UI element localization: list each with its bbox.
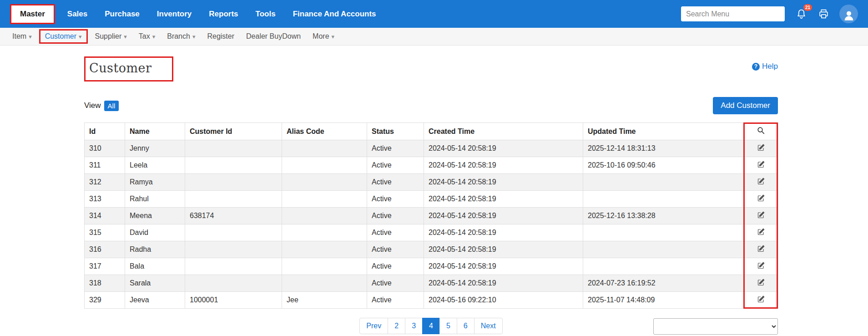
subnav-item-customer[interactable]: Customer xyxy=(39,29,88,44)
page-content: Customer Help View All Add Customer IdNa… xyxy=(0,56,868,336)
table-row: 318SaralaActive2024-05-14 20:58:192024-0… xyxy=(85,275,778,292)
edit-icon[interactable] xyxy=(757,228,765,235)
cell-status: Active xyxy=(367,292,424,309)
edit-icon[interactable] xyxy=(757,279,765,286)
edit-icon[interactable] xyxy=(757,161,765,168)
page-button-4[interactable]: 4 xyxy=(422,318,440,334)
chevron-down-icon xyxy=(329,32,335,41)
cell-actions xyxy=(744,224,778,241)
cell-created-time: 2024-05-14 20:58:19 xyxy=(424,275,583,292)
cell-id: 315 xyxy=(85,224,125,241)
topnav-item-purchase[interactable]: Purchase xyxy=(96,5,148,23)
cell-updated-time: 2024-07-23 16:19:52 xyxy=(583,275,744,292)
view-filter: View All xyxy=(84,101,119,111)
cell-created-time: 2024-05-14 20:58:19 xyxy=(424,258,583,275)
cell-status: Active xyxy=(367,275,424,292)
topnav-item-master[interactable]: Master xyxy=(10,4,55,24)
avatar[interactable] xyxy=(839,5,858,23)
cell-customer-id xyxy=(185,191,282,208)
cell-created-time: 2024-05-14 20:58:19 xyxy=(424,224,583,241)
cell-status: Active xyxy=(367,174,424,191)
column-header-customer-id: Customer Id xyxy=(185,123,282,140)
subnav-item-register[interactable]: Register xyxy=(201,29,240,44)
topnav-item-finance-and-accounts[interactable]: Finance And Accounts xyxy=(284,5,385,23)
edit-icon[interactable] xyxy=(757,262,765,269)
column-header-created-time: Created Time xyxy=(424,123,583,140)
cell-created-time: 2024-05-14 20:58:19 xyxy=(424,191,583,208)
subnav-item-label: Supplier xyxy=(95,32,122,41)
notifications-button[interactable]: 21 xyxy=(796,8,807,20)
cell-name: Radha xyxy=(125,241,185,258)
cell-actions xyxy=(744,174,778,191)
cell-id: 311 xyxy=(85,157,125,174)
subnav-item-dealer-buydown[interactable]: Dealer BuyDown xyxy=(240,29,307,44)
topnav-item-tools[interactable]: Tools xyxy=(247,5,284,23)
topnav-item-sales[interactable]: Sales xyxy=(59,5,96,23)
page-button-prev[interactable]: Prev xyxy=(359,318,388,334)
chevron-down-icon xyxy=(76,32,82,41)
subnav-item-tax[interactable]: Tax xyxy=(133,29,161,44)
page-button-6[interactable]: 6 xyxy=(457,318,474,334)
chevron-down-icon xyxy=(26,32,32,41)
topnav-item-inventory[interactable]: Inventory xyxy=(148,5,201,23)
column-header-status: Status xyxy=(367,123,424,140)
cell-actions xyxy=(744,275,778,292)
chevron-down-icon xyxy=(150,32,156,41)
search-icon[interactable] xyxy=(757,127,765,134)
edit-icon[interactable] xyxy=(757,178,765,185)
add-customer-button[interactable]: Add Customer xyxy=(713,97,778,114)
cell-customer-id xyxy=(185,241,282,258)
cell-name: Meena xyxy=(125,208,185,224)
cell-actions xyxy=(744,208,778,224)
sub-navbar: ItemCustomerSupplierTaxBranchRegisterDea… xyxy=(0,28,868,46)
cell-name: Rahul xyxy=(125,191,185,208)
cell-alias-code xyxy=(282,275,367,292)
subnav-item-item[interactable]: Item xyxy=(6,29,38,44)
cell-updated-time xyxy=(583,174,744,191)
table-row: 329Jeeva1000001JeeActive2024-05-16 09:22… xyxy=(85,292,778,309)
search-menu-input[interactable] xyxy=(681,6,785,21)
subnav-item-supplier[interactable]: Supplier xyxy=(89,29,133,44)
column-header-alias-code: Alias Code xyxy=(282,123,367,140)
subnav-item-label: Tax xyxy=(139,32,150,41)
cell-created-time: 2024-05-14 20:58:19 xyxy=(424,208,583,224)
cell-customer-id xyxy=(185,258,282,275)
edit-icon[interactable] xyxy=(757,194,765,202)
page-button-5[interactable]: 5 xyxy=(439,318,457,334)
edit-icon[interactable] xyxy=(757,295,765,303)
cell-name: David xyxy=(125,224,185,241)
user-icon xyxy=(842,5,856,22)
subnav-item-label: Branch xyxy=(167,32,190,41)
cell-created-time: 2024-05-16 09:22:10 xyxy=(424,292,583,309)
cell-alias-code: Jee xyxy=(282,292,367,309)
subnav-item-more[interactable]: More xyxy=(307,29,340,44)
column-header-updated-time: Updated Time xyxy=(583,123,744,140)
cell-name: Jenny xyxy=(125,140,185,157)
edit-icon[interactable] xyxy=(757,245,765,252)
page-button-2[interactable]: 2 xyxy=(388,318,405,334)
subnav-item-branch[interactable]: Branch xyxy=(161,29,201,44)
cell-updated-time xyxy=(583,191,744,208)
cell-id: 318 xyxy=(85,275,125,292)
subnav-item-label: Item xyxy=(12,32,26,41)
cell-alias-code xyxy=(282,224,367,241)
page-button-next[interactable]: Next xyxy=(474,318,503,334)
cell-created-time: 2024-05-14 20:58:19 xyxy=(424,140,583,157)
page-button-3[interactable]: 3 xyxy=(405,318,423,334)
page-title: Customer xyxy=(89,61,152,75)
title-row: Customer Help xyxy=(84,56,778,81)
cell-actions xyxy=(744,157,778,174)
edit-icon[interactable] xyxy=(757,144,765,151)
top-navbar: MasterSalesPurchaseInventoryReportsTools… xyxy=(0,0,868,28)
page-size-select[interactable] xyxy=(653,318,778,335)
topnav-item-reports[interactable]: Reports xyxy=(200,5,247,23)
cell-alias-code xyxy=(282,191,367,208)
cell-id: 313 xyxy=(85,191,125,208)
help-icon xyxy=(752,63,760,71)
customer-table-body: 310JennyActive2024-05-14 20:58:192025-12… xyxy=(85,140,778,309)
view-all-badge[interactable]: All xyxy=(104,101,119,111)
cell-customer-id xyxy=(185,174,282,191)
help-link[interactable]: Help xyxy=(752,62,778,71)
edit-icon[interactable] xyxy=(757,211,765,219)
print-button[interactable] xyxy=(818,8,829,20)
